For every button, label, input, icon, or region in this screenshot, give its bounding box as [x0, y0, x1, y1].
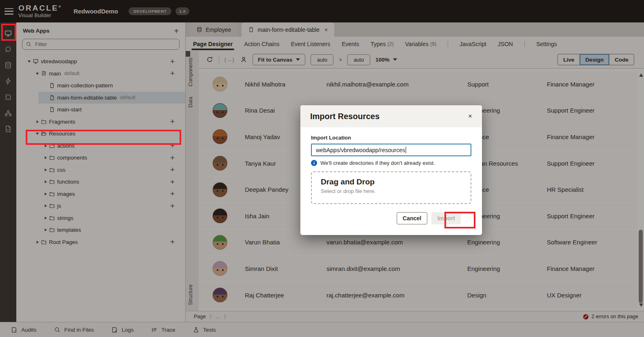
text-caret [406, 146, 406, 153]
import-resources-dialog: Import Resources × Import Location webAp… [300, 105, 482, 235]
dropzone-subtitle: Select or drop file here. [321, 188, 471, 194]
info-icon: i [311, 160, 317, 166]
cancel-button[interactable]: Cancel [397, 212, 428, 224]
close-icon[interactable]: × [468, 112, 472, 120]
dropzone-title: Drag and Drop [321, 177, 471, 186]
import-location-label: Import Location [311, 135, 471, 141]
drag-and-drop-zone[interactable]: Drag and Drop Select or drop file here. [311, 171, 471, 204]
info-text: We'll create directories if they don't a… [320, 160, 435, 166]
import-location-input[interactable]: webApps/vbredwoodapp/resources [311, 144, 471, 156]
dialog-title: Import Resources [310, 112, 380, 121]
import-button[interactable]: Import [431, 212, 461, 224]
